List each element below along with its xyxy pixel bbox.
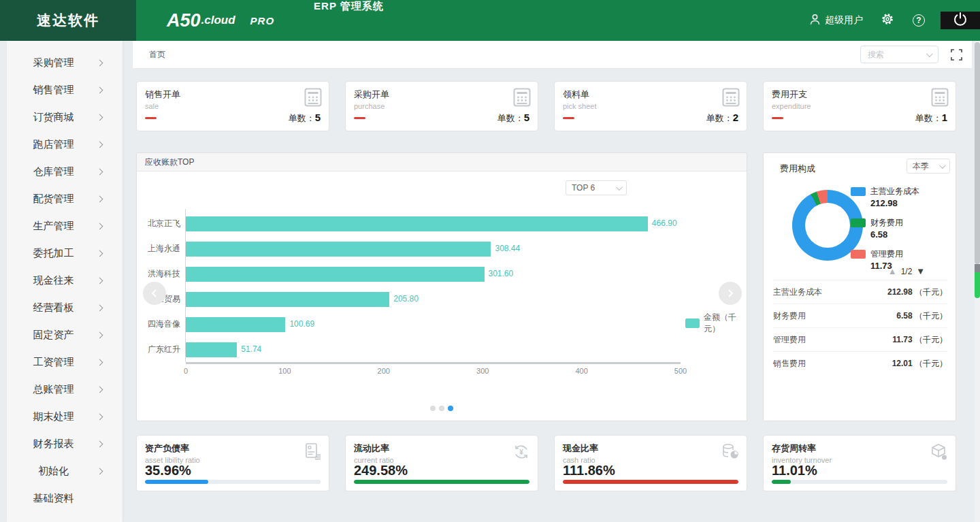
help-button[interactable]: ? [912, 14, 926, 27]
sidebar-item-10[interactable]: 经营看板 [7, 294, 122, 321]
topbar: 速达软件 A50 .cloud PRO ERP 管理系统 超级用户 ? [0, 0, 980, 41]
bar[interactable] [186, 292, 389, 307]
ratio-progress-fill [354, 480, 529, 484]
search-select[interactable]: 搜索 [860, 46, 938, 63]
ratio-card[interactable]: 存货周转率 inventory turnover 11.01% [763, 435, 956, 491]
sidebar-item-label: 工资管理 [28, 356, 80, 369]
pager-up-icon[interactable]: ▲ [888, 266, 897, 276]
side-elevator-button[interactable] [975, 272, 980, 298]
app-body: 采购管理 销售管理 订货商城 跑店管理 仓库管理 配货管理 生产管理 委托加工 … [0, 41, 980, 522]
stat-card-title: 费用开支 [772, 88, 947, 101]
period-select[interactable]: 本季 [906, 159, 950, 174]
scrollbar-track[interactable] [975, 41, 980, 522]
sidebar-item-5[interactable]: 仓库管理 [7, 158, 122, 185]
pager-down-icon[interactable]: ▼ [916, 266, 925, 276]
carousel-prev-button[interactable] [143, 282, 166, 305]
ratio-card-title: 存货周转率 [772, 442, 947, 455]
bar[interactable] [186, 267, 485, 282]
donut-legend-item[interactable]: 财务费用 6.58 [851, 217, 919, 240]
carousel-dot-3[interactable] [448, 406, 453, 411]
stat-card[interactable]: 领料单 pick sheet 单数：2 [554, 81, 747, 131]
stat-count-label: 单数： [289, 113, 315, 123]
sidebar-item-6[interactable]: 配货管理 [7, 185, 122, 212]
ratio-value: 11.01% [772, 463, 817, 478]
sidebar-item-label: 经营看板 [28, 301, 80, 314]
stat-count-label: 单数： [497, 113, 524, 123]
bar-row: 上海永通 308.44 [137, 236, 681, 261]
sidebar-item-12[interactable]: 工资管理 [7, 348, 122, 376]
x-tick-label: 100 [278, 367, 291, 375]
bar[interactable] [186, 342, 237, 357]
chevron-right-icon [96, 168, 103, 175]
donut-legend-item[interactable]: 主营业务成本 212.98 [851, 186, 919, 208]
sidebar-item-2[interactable]: 销售管理 [7, 76, 122, 103]
stat-card[interactable]: 采购开单 purchase 单数：5 [345, 81, 538, 131]
user-menu[interactable]: 超级用户 [809, 14, 863, 28]
breadcrumb-home[interactable]: 首页 [149, 49, 165, 61]
svg-text:¥: ¥ [519, 448, 523, 456]
sidebar-item-1[interactable]: 采购管理 [7, 49, 122, 76]
topbar-right: 超级用户 ? [809, 0, 980, 41]
sidebar-item-9[interactable]: 现金往来 [7, 267, 122, 294]
bar[interactable] [186, 216, 648, 231]
logout-button[interactable] [941, 12, 980, 29]
chevron-right-icon [96, 59, 103, 66]
ratio-card-title: 现金比率 [563, 442, 738, 455]
settings-button[interactable] [881, 14, 894, 27]
sidebar-item-14[interactable]: 期末处理 [7, 403, 122, 430]
ratio-progress-fill [145, 480, 208, 484]
ratio-progress-fill [563, 480, 738, 484]
sidebar-item-13[interactable]: 总账管理 [7, 376, 122, 403]
sidebar-item-label: 仓库管理 [28, 165, 80, 178]
ratio-card-title: 资产负债率 [145, 442, 321, 455]
fullscreen-button[interactable] [951, 49, 962, 61]
ratio-progress-track [145, 480, 321, 484]
bar-category-label: 广东红升 [137, 344, 180, 355]
sidebar-item-label: 财务报表 [28, 438, 80, 451]
donut-legend: 主营业务成本 212.98 财务费用 6.58 管理费用 11.73 [851, 186, 919, 271]
stat-card[interactable]: 费用开支 expenditure 单数：1 [763, 81, 956, 131]
scrollbar-thumb[interactable] [975, 42, 980, 264]
expense-panel-title: 费用构成 [780, 163, 815, 175]
sidebar-item-11[interactable]: 固定资产 [7, 321, 122, 348]
sidebar-item-16[interactable]: 初始化 [7, 457, 122, 485]
stat-card[interactable]: 销售开单 sale 单数：5 [136, 81, 329, 131]
username-label: 超级用户 [825, 14, 863, 27]
bar-track: 466.90 [186, 216, 681, 231]
bar[interactable] [186, 242, 491, 257]
ratio-card[interactable]: 资产负债率 asset libility ratio 35.96% [136, 435, 329, 491]
carousel-next-button[interactable] [719, 282, 742, 305]
chevron-right-icon [96, 331, 103, 338]
stat-count-value: 1 [942, 112, 947, 123]
carousel-dot-2[interactable] [439, 406, 444, 411]
stat-count-value: 5 [315, 112, 321, 123]
chevron-down-icon [926, 50, 933, 57]
bar-value-label: 100.69 [289, 319, 314, 329]
carousel-dot-1[interactable] [430, 406, 436, 411]
calculator-icon [513, 88, 531, 110]
ratio-progress-fill [772, 480, 791, 484]
chevron-right-icon [96, 86, 103, 93]
sidebar-item-7[interactable]: 生产管理 [7, 212, 122, 240]
sidebar-item-4[interactable]: 跑店管理 [7, 131, 122, 158]
sidebar-item-8[interactable]: 委托加工 [7, 240, 122, 267]
ratio-card[interactable]: 流动比率 current ratio ¥ 249.58% [345, 435, 538, 491]
topn-select[interactable]: TOP 6 [566, 180, 627, 195]
expense-value: 6.58 [896, 311, 915, 321]
bar[interactable] [186, 317, 285, 332]
stat-count-label: 单数： [915, 113, 942, 123]
x-tick-label: 0 [184, 367, 188, 375]
sidebar-item-15[interactable]: 财务报表 [7, 430, 122, 457]
sidebar-item-3[interactable]: 订货商城 [7, 103, 122, 131]
period-select-value: 本季 [913, 161, 929, 172]
sidebar-item-label: 订货商城 [28, 111, 80, 124]
x-tick-label: 400 [575, 367, 587, 375]
red-dash-indicator [145, 117, 157, 119]
bar-value-label: 466.90 [652, 218, 677, 228]
ratio-value: 111.86% [563, 463, 615, 478]
sidebar-item-17[interactable]: 基础资料 [7, 485, 122, 512]
ratio-card[interactable]: 现金比率 cash ratio 111.86% [554, 435, 747, 491]
red-dash-indicator [354, 117, 365, 119]
ratio-progress-track [563, 480, 738, 484]
stat-card-title: 领料单 [563, 88, 738, 101]
